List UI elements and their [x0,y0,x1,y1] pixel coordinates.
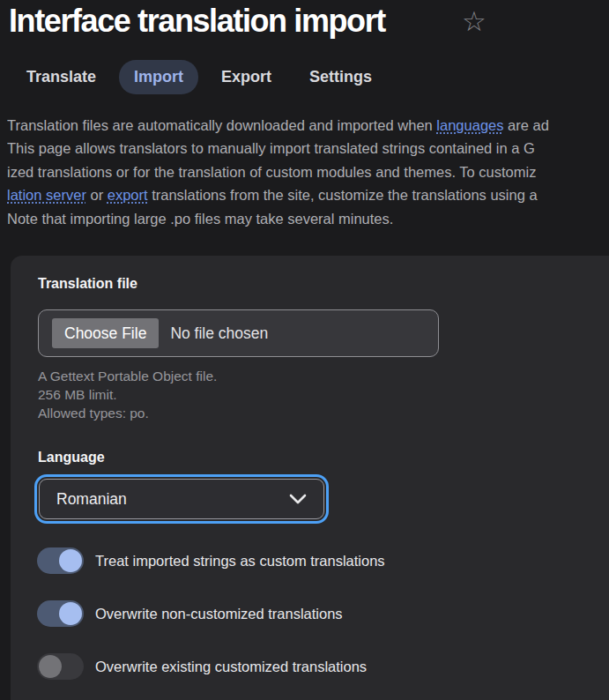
description-line: Translation files are automatically down… [7,114,609,137]
tab-settings[interactable]: Settings [294,60,387,94]
file-upload-input[interactable]: Choose File No file chosen [38,309,439,357]
description-text: are ad [504,117,549,133]
description-line: Note that importing large .po files may … [7,207,609,230]
toggle-custom-translations[interactable]: Treat imported strings as custom transla… [37,547,385,574]
description-line: This page allows translators to manually… [7,137,609,160]
page-description: Translation files are automatically down… [7,114,609,230]
toggle-track[interactable] [37,600,84,627]
file-help-line: A Gettext Portable Object file. [38,367,217,385]
description-line: ized translations or for the translation… [7,160,609,183]
toggle-label: Overwrite non-customized translations [95,606,343,622]
toggle-track[interactable] [37,547,84,574]
choose-file-button[interactable]: Choose File [52,318,159,348]
toggle-knob [39,655,62,678]
description-text: translations from the site, customize th… [148,187,538,203]
description-line: lation server or export translations fro… [7,183,609,206]
tab-export[interactable]: Export [206,60,286,94]
file-chosen-status: No file chosen [170,324,268,343]
import-form-card: Translation file Choose File No file cho… [11,256,609,700]
file-help-text: A Gettext Portable Object file. 256 MB l… [38,367,217,422]
tab-translate[interactable]: Translate [11,60,111,94]
description-text: Translation files are automatically down… [7,117,436,133]
toggle-label: Treat imported strings as custom transla… [95,553,385,570]
chevron-down-icon [289,494,307,504]
toggle-track[interactable] [37,653,84,680]
language-select[interactable]: Romanian [39,479,324,519]
file-help-line: 256 MB limit. [38,385,217,404]
description-text: This page allows translators to manually… [7,140,535,156]
export-link[interactable]: export [108,187,148,203]
toggle-knob [59,549,82,572]
tab-bar: Translate Import Export Settings [11,60,387,94]
language-select-value: Romanian [56,490,127,509]
file-help-line: Allowed types: po. [38,404,217,422]
toggle-knob [59,602,82,625]
translation-file-label: Translation file [38,276,137,292]
toggle-overwrite-customized[interactable]: Overwrite existing customized translatio… [37,653,367,680]
description-text: Note that importing large .po files may … [7,211,393,227]
translation-server-link[interactable]: lation server [7,187,86,203]
languages-link[interactable]: languages [436,117,503,133]
description-text: or [86,187,108,203]
toggle-overwrite-noncustomized[interactable]: Overwrite non-customized translations [37,600,343,627]
description-text: ized translations or for the translation… [7,164,536,180]
page-title: Interface translation import [9,1,385,41]
language-label: Language [38,450,105,465]
star-icon[interactable]: ☆ [462,4,486,39]
toggle-label: Overwrite existing customized translatio… [95,659,367,675]
tab-import[interactable]: Import [119,60,198,94]
